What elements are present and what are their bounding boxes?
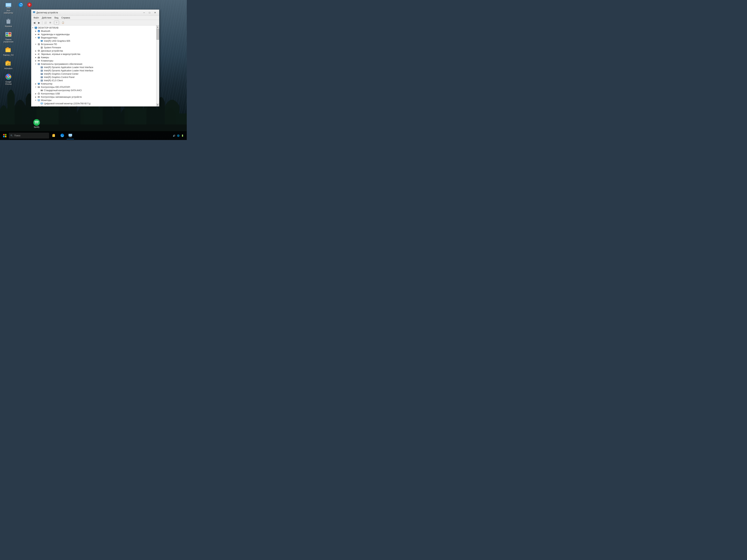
- tree-storage[interactable]: ▶ Контроллеры запоминающих устройств: [31, 95, 156, 99]
- toolbar-btn-1[interactable]: ⬜: [43, 21, 48, 25]
- chrome-icon: [5, 73, 12, 80]
- tree-firmware[interactable]: ▼ Встроенное ПО: [31, 43, 156, 46]
- tree-dal2[interactable]: ▶ Intel(R) Dynamic Application Loader Ho…: [31, 69, 156, 72]
- tree-dal1[interactable]: ▶ Intel(R) Dynamic Application Loader Ho…: [31, 66, 156, 69]
- tree-monitor-item[interactable]: ▶ Цифровой плоский монитор (1024x768 60 …: [31, 102, 156, 105]
- tree-cameras[interactable]: ▶ Камеры: [31, 56, 156, 59]
- sound-expander: ▶: [34, 53, 37, 56]
- tree-bluetooth[interactable]: ▶ B Bluetooth: [31, 29, 156, 33]
- menu-file[interactable]: Файл: [32, 16, 41, 19]
- tree-ide[interactable]: ▼ Контроллеры IDE ATA/ATAPI: [31, 85, 156, 89]
- tree-gcp[interactable]: ▶ Intel(R) Graphics Control Panel: [31, 76, 156, 79]
- tree-keyboards[interactable]: ▶ Клавиатуры: [31, 59, 156, 62]
- tree-sys-firmware[interactable]: ▶ System Firmware: [31, 46, 156, 49]
- svg-point-121: [38, 106, 39, 106]
- toolbar-back[interactable]: ◀: [32, 21, 36, 25]
- device-tree[interactable]: ▼ DESKTOP-00T95AB ▶: [31, 25, 156, 106]
- tree-usb[interactable]: ▶ Контроллеры USB: [31, 92, 156, 95]
- toolbar-properties[interactable]: 📋: [61, 21, 65, 25]
- tree-gcc[interactable]: ▶ Intel(R) Graphics Command Center: [31, 72, 156, 76]
- close-button[interactable]: ✕: [153, 11, 158, 15]
- tree-mice[interactable]: ▶ Мыши и иные указывающие устройства: [31, 105, 156, 106]
- menu-action[interactable]: Действие: [41, 16, 53, 19]
- toolbar-btn-2[interactable]: ⊟: [48, 21, 52, 25]
- tree-icls[interactable]: ▶ Intel(R) iCLS Client: [31, 79, 156, 82]
- tree-software[interactable]: ▼ Компоненты программного обеспечения: [31, 62, 156, 66]
- control-panel-label: Панельуправления: [3, 38, 14, 43]
- sata-icon: [40, 89, 43, 92]
- svg-rect-81: [41, 67, 43, 67]
- chrome-label: GoogleChrome: [5, 81, 12, 85]
- desktop-icon-recycle-bin[interactable]: Корзина: [2, 18, 15, 27]
- taskbar-search[interactable]: 🔍 Поиск: [9, 133, 49, 138]
- desktop-icon-activators[interactable]: Activators: [2, 60, 15, 70]
- menu-view[interactable]: Вид: [53, 16, 60, 19]
- tree-root[interactable]: ▼ DESKTOP-00T95AB: [31, 26, 156, 29]
- icls-icon: [40, 79, 43, 82]
- tree-scrollbar[interactable]: ▲ ▼: [156, 25, 159, 106]
- toolbar-forward[interactable]: ▶: [37, 21, 41, 25]
- svg-rect-69: [38, 60, 40, 61]
- desktop-icon-chrome[interactable]: GoogleChrome: [2, 73, 15, 85]
- audio-icon: [37, 33, 41, 36]
- svg-line-105: [38, 93, 38, 94]
- dota-taskbar-icon[interactable]: D: [26, 1, 33, 8]
- disk-label: Дисковые устройства: [41, 50, 63, 52]
- taskbar-file-explorer[interactable]: [51, 132, 58, 139]
- svg-rect-78: [39, 64, 40, 64]
- svg-rect-84: [41, 70, 43, 71]
- video-icon: [37, 36, 41, 39]
- tree-video[interactable]: ▼ Видеоадаптеры: [31, 36, 156, 39]
- gcp-icon: [40, 76, 43, 79]
- dal1-label: Intel(R) Dynamic Application Loader Host…: [44, 66, 93, 69]
- svg-rect-58: [41, 47, 42, 47]
- menu-help[interactable]: Справка: [60, 16, 71, 19]
- bluetooth-icon: B: [37, 30, 41, 33]
- taskbar-edge[interactable]: [58, 132, 66, 139]
- taskbar-device-manager[interactable]: [67, 132, 74, 139]
- gcc-icon: [40, 73, 43, 75]
- svg-rect-11: [6, 8, 10, 8]
- bluetooth-expander: ▶: [34, 30, 37, 33]
- desktop-icon-this-computer[interactable]: Этот компьютер: [2, 2, 15, 14]
- desktop-icon-spotify[interactable]: Spotify: [33, 119, 40, 128]
- toolbar-help[interactable]: ?: [54, 21, 59, 25]
- minimize-button[interactable]: ─: [141, 11, 147, 15]
- svg-rect-134: [69, 134, 72, 136]
- tree-computer[interactable]: ▶ Компьютер: [31, 82, 156, 85]
- tree-audio[interactable]: ▶ Аудиовходы и аудиовыходы: [31, 33, 156, 36]
- svg-rect-76: [38, 63, 38, 64]
- svg-rect-74: [38, 61, 40, 61]
- svg-point-67: [38, 57, 39, 58]
- maximize-button[interactable]: □: [147, 11, 152, 15]
- start-button[interactable]: [1, 132, 8, 139]
- svg-text:D: D: [29, 3, 30, 6]
- svg-rect-136: [69, 137, 72, 137]
- tree-disk[interactable]: ▶ Дисковые устройства: [31, 49, 156, 53]
- usb-icon: [37, 92, 41, 95]
- svg-rect-49: [38, 38, 40, 38]
- uhd-icon: [40, 39, 43, 43]
- svg-rect-127: [3, 136, 5, 137]
- scroll-down[interactable]: ▼: [156, 103, 159, 106]
- desktop-icon-patches[interactable]: Patches_FIX: [2, 46, 15, 56]
- desktop-icon-control-panel[interactable]: Панельуправления: [2, 31, 15, 43]
- tree-uhd[interactable]: ▶ Intel(R) UHD Graphics 605: [31, 39, 156, 43]
- activators-icon: [5, 60, 12, 67]
- scrollbar-thumb[interactable]: [157, 29, 159, 40]
- firmware-icon: [37, 43, 41, 46]
- audio-expander: ▶: [34, 33, 37, 36]
- svg-rect-51: [41, 40, 43, 42]
- tree-sound[interactable]: ▶ Звуковые, игровые и видеоустройства: [31, 53, 156, 56]
- mice-label: Мыши и иные указывающие устройства: [41, 106, 82, 106]
- edge-taskbar-icon[interactable]: [18, 1, 24, 8]
- taskbar-right: 🔊 🌐 🔋: [173, 134, 185, 137]
- bluetooth-label: Bluetooth: [41, 30, 50, 32]
- svg-rect-100: [38, 87, 40, 87]
- monitors-expander: ▼: [34, 99, 37, 102]
- tree-sata[interactable]: ▶ Стандартный контроллер SATA AHCI: [31, 89, 156, 92]
- svg-text:B: B: [38, 30, 40, 32]
- tree-monitors[interactable]: ▼ Мониторы: [31, 99, 156, 102]
- search-placeholder: Поиск: [14, 134, 20, 137]
- scroll-up[interactable]: ▲: [156, 25, 159, 28]
